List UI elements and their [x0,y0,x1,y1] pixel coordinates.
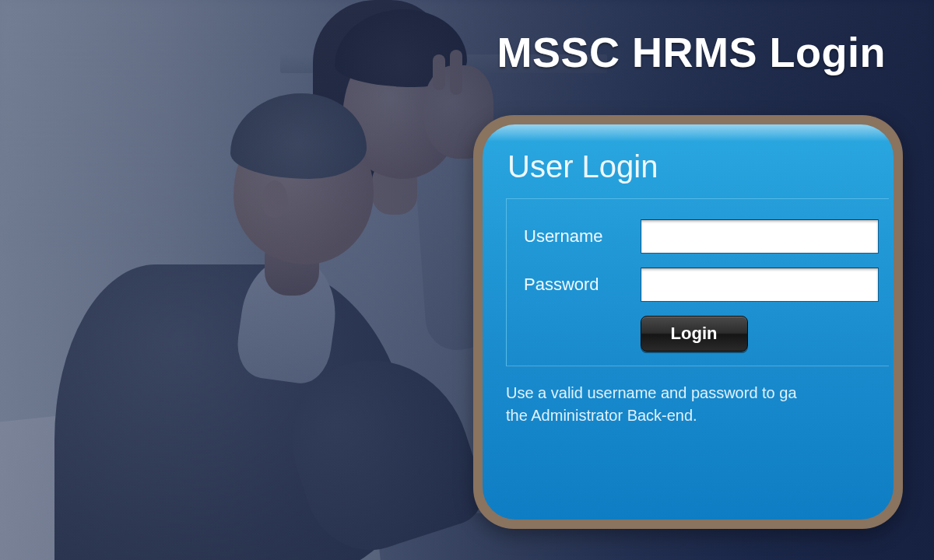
login-form: Username Password Login [506,198,889,366]
login-card: User Login Username Password Login Use a… [473,115,903,529]
login-button[interactable]: Login [641,316,748,352]
login-heading: User Login [507,149,894,184]
username-label: Username [524,226,641,247]
password-label: Password [524,275,641,295]
login-helper-text: Use a valid username and password to ga … [506,382,894,427]
username-input[interactable] [641,219,879,254]
login-panel: User Login Username Password Login Use a… [483,124,894,520]
password-row: Password [524,268,889,302]
password-input[interactable] [641,268,879,302]
page-title: MSSC HRMS Login [497,28,886,76]
username-row: Username [524,219,889,254]
